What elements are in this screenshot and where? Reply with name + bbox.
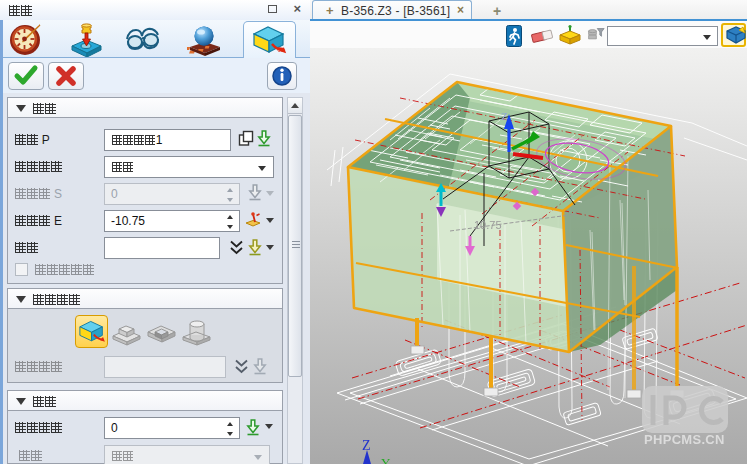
svg-text:Y: Y xyxy=(381,455,391,464)
svg-text:10.75: 10.75 xyxy=(474,219,502,231)
svg-text:Z: Z xyxy=(362,438,371,453)
svg-text:PHPCMS.CN: PHPCMS.CN xyxy=(644,432,725,447)
svg-text:Z: Z xyxy=(501,110,508,122)
